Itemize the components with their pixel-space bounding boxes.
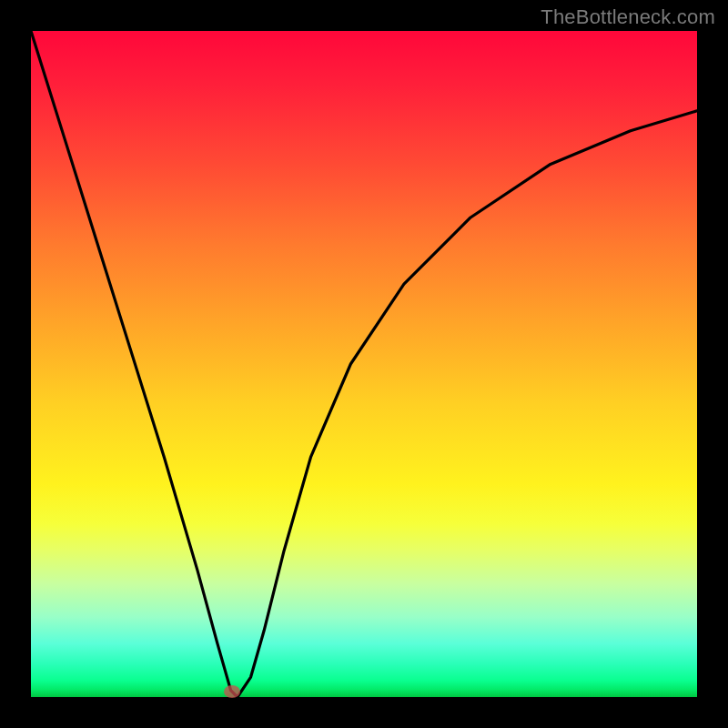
plot-area xyxy=(31,31,697,697)
optimum-marker xyxy=(224,685,240,698)
attribution-label: TheBottleneck.com xyxy=(541,5,715,29)
chart-frame: TheBottleneck.com xyxy=(0,0,728,728)
curve-path xyxy=(31,31,697,697)
bottleneck-curve xyxy=(31,31,697,697)
